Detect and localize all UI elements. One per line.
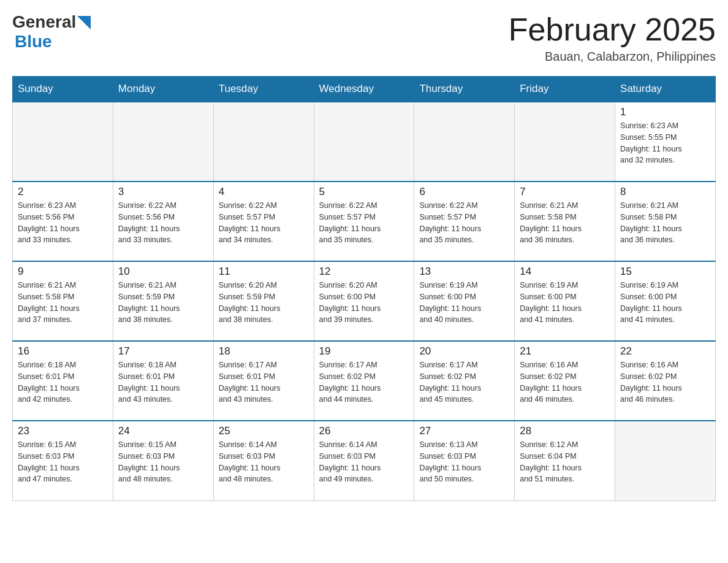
calendar-day-cell: 24Sunrise: 6:15 AMSunset: 6:03 PMDayligh… xyxy=(113,421,213,500)
calendar-header-cell: Thursday xyxy=(414,77,515,102)
calendar-day-cell: 19Sunrise: 6:17 AMSunset: 6:02 PMDayligh… xyxy=(314,341,414,421)
day-info: Sunrise: 6:18 AMSunset: 6:01 PMDaylight:… xyxy=(118,359,208,405)
day-info: Sunrise: 6:20 AMSunset: 5:59 PMDaylight:… xyxy=(219,280,309,326)
calendar-day-cell: 27Sunrise: 6:13 AMSunset: 6:03 PMDayligh… xyxy=(414,421,515,500)
day-number: 17 xyxy=(118,345,208,358)
calendar-header-row: SundayMondayTuesdayWednesdayThursdayFrid… xyxy=(13,77,716,102)
calendar-week-row: 23Sunrise: 6:15 AMSunset: 6:03 PMDayligh… xyxy=(13,421,716,500)
calendar-week-row: 9Sunrise: 6:21 AMSunset: 5:58 PMDaylight… xyxy=(13,261,716,341)
day-number: 7 xyxy=(520,186,610,198)
calendar-day-cell: 21Sunrise: 6:16 AMSunset: 6:02 PMDayligh… xyxy=(515,341,615,421)
calendar-day-cell: 8Sunrise: 6:21 AMSunset: 5:58 PMDaylight… xyxy=(615,182,716,261)
day-number: 8 xyxy=(620,186,710,198)
day-number: 16 xyxy=(18,345,108,358)
day-number: 20 xyxy=(419,345,509,358)
calendar-day-cell: 13Sunrise: 6:19 AMSunset: 6:00 PMDayligh… xyxy=(414,261,515,341)
page-header: General Blue February 2025 Bauan, Calaba… xyxy=(12,12,716,64)
day-number: 23 xyxy=(18,425,108,437)
calendar-table: SundayMondayTuesdayWednesdayThursdayFrid… xyxy=(12,76,716,501)
day-info: Sunrise: 6:22 AMSunset: 5:57 PMDaylight:… xyxy=(419,200,509,246)
calendar-day-cell: 11Sunrise: 6:20 AMSunset: 5:59 PMDayligh… xyxy=(213,261,314,341)
day-info: Sunrise: 6:21 AMSunset: 5:58 PMDaylight:… xyxy=(18,280,108,326)
day-info: Sunrise: 6:21 AMSunset: 5:59 PMDaylight:… xyxy=(118,280,208,326)
day-number: 1 xyxy=(620,106,710,118)
day-info: Sunrise: 6:16 AMSunset: 6:02 PMDaylight:… xyxy=(620,359,710,405)
day-info: Sunrise: 6:16 AMSunset: 6:02 PMDaylight:… xyxy=(520,359,610,405)
day-info: Sunrise: 6:18 AMSunset: 6:01 PMDaylight:… xyxy=(18,359,108,405)
day-number: 4 xyxy=(219,186,309,198)
calendar-day-cell: 28Sunrise: 6:12 AMSunset: 6:04 PMDayligh… xyxy=(515,421,615,500)
calendar-day-cell: 4Sunrise: 6:22 AMSunset: 5:57 PMDaylight… xyxy=(213,182,314,261)
day-number: 11 xyxy=(219,266,309,278)
day-info: Sunrise: 6:17 AMSunset: 6:02 PMDaylight:… xyxy=(319,359,409,405)
day-info: Sunrise: 6:15 AMSunset: 6:03 PMDaylight:… xyxy=(118,439,208,485)
calendar-header-cell: Friday xyxy=(515,77,615,102)
day-info: Sunrise: 6:17 AMSunset: 6:02 PMDaylight:… xyxy=(419,359,509,405)
calendar-day-cell: 20Sunrise: 6:17 AMSunset: 6:02 PMDayligh… xyxy=(414,341,515,421)
day-info: Sunrise: 6:15 AMSunset: 6:03 PMDaylight:… xyxy=(18,439,108,485)
calendar-day-cell: 17Sunrise: 6:18 AMSunset: 6:01 PMDayligh… xyxy=(113,341,213,421)
day-info: Sunrise: 6:21 AMSunset: 5:58 PMDaylight:… xyxy=(620,200,710,246)
logo: General Blue xyxy=(12,12,91,52)
calendar-day-cell: 26Sunrise: 6:14 AMSunset: 6:03 PMDayligh… xyxy=(314,421,414,500)
calendar-header-cell: Saturday xyxy=(615,77,716,102)
calendar-week-row: 16Sunrise: 6:18 AMSunset: 6:01 PMDayligh… xyxy=(13,341,716,421)
calendar-day-cell: 25Sunrise: 6:14 AMSunset: 6:03 PMDayligh… xyxy=(213,421,314,500)
calendar-day-cell xyxy=(213,102,314,182)
calendar-day-cell xyxy=(13,102,113,182)
day-info: Sunrise: 6:23 AMSunset: 5:56 PMDaylight:… xyxy=(18,200,108,246)
calendar-header-cell: Wednesday xyxy=(314,77,414,102)
day-number: 18 xyxy=(219,345,309,358)
logo-blue: Blue xyxy=(15,32,52,52)
day-info: Sunrise: 6:19 AMSunset: 6:00 PMDaylight:… xyxy=(520,280,610,326)
calendar-day-cell: 15Sunrise: 6:19 AMSunset: 6:00 PMDayligh… xyxy=(615,261,716,341)
day-info: Sunrise: 6:12 AMSunset: 6:04 PMDaylight:… xyxy=(520,439,610,485)
day-info: Sunrise: 6:17 AMSunset: 6:01 PMDaylight:… xyxy=(219,359,309,405)
day-number: 27 xyxy=(419,425,509,437)
logo-triangle-icon xyxy=(77,16,91,29)
day-number: 22 xyxy=(620,345,710,358)
calendar-day-cell xyxy=(113,102,213,182)
day-number: 21 xyxy=(520,345,610,358)
calendar-day-cell: 1Sunrise: 6:23 AMSunset: 5:55 PMDaylight… xyxy=(615,102,716,182)
calendar-day-cell: 23Sunrise: 6:15 AMSunset: 6:03 PMDayligh… xyxy=(13,421,113,500)
day-number: 2 xyxy=(18,186,108,198)
month-title: February 2025 xyxy=(509,12,716,47)
day-info: Sunrise: 6:19 AMSunset: 6:00 PMDaylight:… xyxy=(620,280,710,326)
calendar-day-cell xyxy=(414,102,515,182)
calendar-week-row: 1Sunrise: 6:23 AMSunset: 5:55 PMDaylight… xyxy=(13,102,716,182)
day-info: Sunrise: 6:23 AMSunset: 5:55 PMDaylight:… xyxy=(620,120,710,166)
calendar-day-cell: 18Sunrise: 6:17 AMSunset: 6:01 PMDayligh… xyxy=(213,341,314,421)
calendar-day-cell xyxy=(615,421,716,500)
day-number: 5 xyxy=(319,186,409,198)
day-number: 10 xyxy=(118,266,208,278)
day-number: 3 xyxy=(118,186,208,198)
calendar-day-cell: 22Sunrise: 6:16 AMSunset: 6:02 PMDayligh… xyxy=(615,341,716,421)
calendar-day-cell: 6Sunrise: 6:22 AMSunset: 5:57 PMDaylight… xyxy=(414,182,515,261)
calendar-day-cell: 10Sunrise: 6:21 AMSunset: 5:59 PMDayligh… xyxy=(113,261,213,341)
day-number: 26 xyxy=(319,425,409,437)
calendar-day-cell: 3Sunrise: 6:22 AMSunset: 5:56 PMDaylight… xyxy=(113,182,213,261)
calendar-day-cell: 7Sunrise: 6:21 AMSunset: 5:58 PMDaylight… xyxy=(515,182,615,261)
svg-marker-0 xyxy=(77,16,91,29)
day-number: 6 xyxy=(419,186,509,198)
day-info: Sunrise: 6:22 AMSunset: 5:57 PMDaylight:… xyxy=(219,200,309,246)
title-section: February 2025 Bauan, Calabarzon, Philipp… xyxy=(509,12,716,64)
calendar-header-cell: Sunday xyxy=(13,77,113,102)
calendar-day-cell xyxy=(314,102,414,182)
calendar-body: 1Sunrise: 6:23 AMSunset: 5:55 PMDaylight… xyxy=(13,102,716,500)
day-number: 24 xyxy=(118,425,208,437)
day-info: Sunrise: 6:22 AMSunset: 5:57 PMDaylight:… xyxy=(319,200,409,246)
day-info: Sunrise: 6:14 AMSunset: 6:03 PMDaylight:… xyxy=(319,439,409,485)
calendar-week-row: 2Sunrise: 6:23 AMSunset: 5:56 PMDaylight… xyxy=(13,182,716,261)
day-info: Sunrise: 6:14 AMSunset: 6:03 PMDaylight:… xyxy=(219,439,309,485)
calendar-day-cell: 12Sunrise: 6:20 AMSunset: 6:00 PMDayligh… xyxy=(314,261,414,341)
day-number: 28 xyxy=(520,425,610,437)
day-number: 14 xyxy=(520,266,610,278)
calendar-header-cell: Tuesday xyxy=(213,77,314,102)
day-number: 25 xyxy=(219,425,309,437)
day-number: 19 xyxy=(319,345,409,358)
calendar-day-cell: 14Sunrise: 6:19 AMSunset: 6:00 PMDayligh… xyxy=(515,261,615,341)
calendar-day-cell: 2Sunrise: 6:23 AMSunset: 5:56 PMDaylight… xyxy=(13,182,113,261)
day-number: 15 xyxy=(620,266,710,278)
